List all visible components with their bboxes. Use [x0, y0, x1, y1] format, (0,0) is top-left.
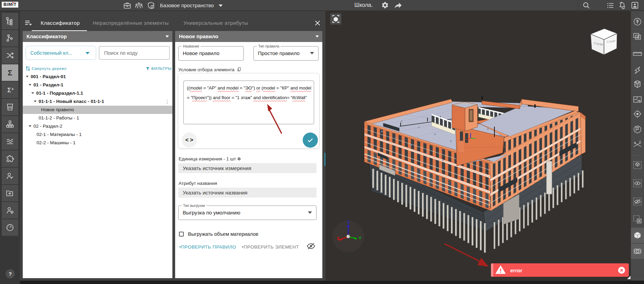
svg-text:X: X [337, 236, 340, 241]
svg-text:error: error [510, 267, 522, 273]
svg-text:+: + [11, 86, 14, 92]
svg-text:Y: Y [359, 236, 361, 241]
svg-text:Σ: Σ [7, 86, 11, 94]
svg-text:1: 1 [635, 141, 636, 144]
svg-text:Σ: Σ [8, 69, 12, 77]
svg-text:2D: 2D [8, 105, 12, 109]
svg-text:2: 2 [640, 140, 641, 142]
svg-text:Z: Z [347, 220, 350, 224]
